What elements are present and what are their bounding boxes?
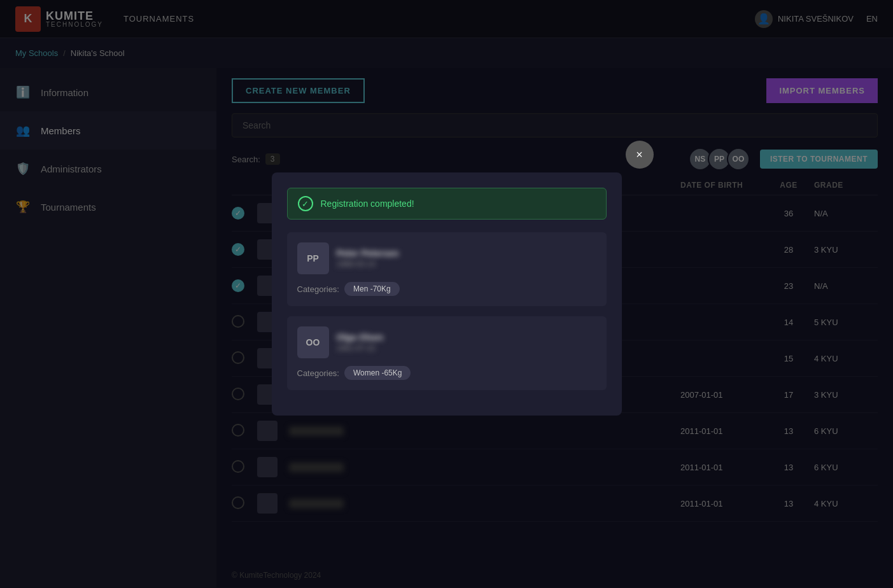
member-card-oo: OO Olga Olsen 1991-07-22 Categories: Wom… <box>287 316 607 390</box>
member-dob: 1988-03-14 <box>337 260 399 269</box>
member-card-info: Olga Olsen 1991-07-22 <box>337 332 384 353</box>
categories-row: Categories: Women -65Kg <box>297 366 596 380</box>
categories-label: Categories: <box>297 284 339 294</box>
success-check-icon: ✓ <box>298 196 313 211</box>
success-message: Registration completed! <box>321 199 414 209</box>
categories-label: Categories: <box>297 368 339 378</box>
categories-row: Categories: Men -70Kg <box>297 282 596 296</box>
category-badge-men70: Men -70Kg <box>344 282 400 296</box>
member-card-avatar-oo: OO <box>297 326 329 358</box>
member-card-info: Peter Petersen 1988-03-14 <box>337 248 399 269</box>
member-card-avatar-pp: PP <box>297 242 329 274</box>
member-name: Peter Petersen <box>337 248 399 258</box>
member-card-pp: PP Peter Petersen 1988-03-14 Categories:… <box>287 232 607 306</box>
category-badge-women65: Women -65Kg <box>344 366 411 380</box>
success-banner: ✓ Registration completed! <box>287 188 607 220</box>
member-name: Olga Olsen <box>337 332 384 342</box>
member-card-header: PP Peter Petersen 1988-03-14 <box>297 242 596 274</box>
member-card-header: OO Olga Olsen 1991-07-22 <box>297 326 596 358</box>
modal-overlay[interactable]: × ✓ Registration completed! PP Peter Pet… <box>0 0 893 588</box>
member-dob: 1991-07-22 <box>337 344 384 353</box>
modal: × ✓ Registration completed! PP Peter Pet… <box>272 172 622 416</box>
modal-close-button[interactable]: × <box>626 141 654 169</box>
